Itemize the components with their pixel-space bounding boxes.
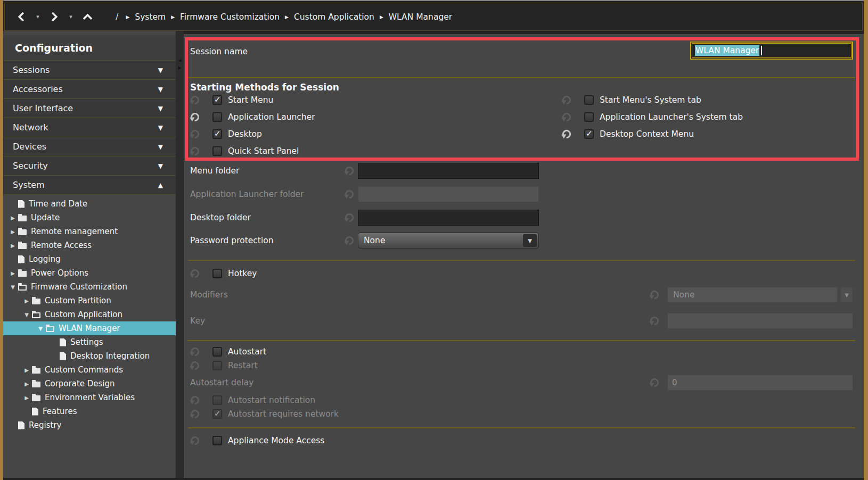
autostart-checkbox[interactable]: [212, 347, 222, 357]
tree-item-label: Environment Variables: [45, 393, 135, 402]
sidebar-section-network[interactable]: Network: [3, 118, 176, 137]
reset-icon[interactable]: [189, 111, 201, 123]
tree-item-time-and-date[interactable]: Time and Date: [3, 197, 176, 211]
chevron-right-icon[interactable]: [7, 229, 18, 235]
reset-icon[interactable]: [189, 268, 201, 279]
sidebar-section-security[interactable]: Security: [3, 156, 176, 176]
breadcrumb-item-wlan-manager[interactable]: WLAN Manager: [389, 12, 452, 22]
reset-icon[interactable]: [649, 315, 660, 327]
tree-item-power-options[interactable]: Power Options: [3, 266, 176, 280]
reset-icon[interactable]: [561, 94, 572, 106]
menu-folder-input[interactable]: [358, 163, 539, 179]
desktop-checkbox[interactable]: [212, 129, 222, 139]
session-name-input[interactable]: WLAN Manager: [690, 42, 853, 60]
tree-item-environment-variables[interactable]: Environment Variables: [3, 391, 176, 404]
tree-item-wlan-manager[interactable]: WLAN Manager: [3, 321, 176, 335]
sidebar-section-devices[interactable]: Devices: [3, 137, 176, 156]
checkbox-row-autostart-requires-network: Autostart requires network: [189, 407, 339, 421]
reset-icon: [189, 408, 201, 420]
chevron-down-icon[interactable]: [21, 312, 32, 318]
reset-icon[interactable]: [649, 377, 660, 388]
breadcrumb-item-custom-application[interactable]: Custom Application: [294, 12, 374, 22]
desktop-folder-label: Desktop folder: [190, 213, 251, 222]
chevron-right-icon[interactable]: [21, 298, 32, 304]
chevron-right-icon[interactable]: [7, 215, 18, 221]
tree-item-registry[interactable]: Registry: [3, 418, 176, 432]
chevron-down-icon[interactable]: [35, 326, 46, 332]
sidebar-section-system[interactable]: System: [3, 176, 176, 195]
sidebar-title: Configuration: [3, 35, 176, 61]
password-protection-select[interactable]: None: [358, 233, 539, 249]
sidebar-splitter[interactable]: ◀ ▶: [176, 31, 184, 478]
separator: [188, 340, 855, 341]
reset-icon[interactable]: [189, 128, 201, 140]
chevron-down-icon[interactable]: [7, 284, 18, 290]
sidebar-section-accessories[interactable]: Accessories: [3, 80, 176, 99]
autostart-notification-checkbox: [212, 395, 222, 405]
breadcrumb-root[interactable]: /: [113, 12, 120, 22]
checkbox-label: Desktop: [228, 129, 262, 139]
chevron-right-icon: [285, 14, 289, 20]
window-top-edge: [3, 0, 864, 1]
checkbox-label: Autostart requires network: [228, 409, 339, 419]
back-history-dropdown-icon[interactable]: [34, 13, 42, 20]
back-icon: [18, 12, 27, 21]
forward-history-dropdown-icon[interactable]: [67, 13, 75, 20]
tree-item-remote-management[interactable]: Remote management: [3, 225, 176, 238]
desktop-folder-input[interactable]: [358, 210, 539, 226]
chevron-down-icon: [840, 287, 853, 303]
reset-icon[interactable]: [561, 128, 572, 140]
tree-item-firmware-customization[interactable]: Firmware Customization: [3, 280, 176, 294]
reset-icon[interactable]: [343, 188, 355, 200]
tree-item-update[interactable]: Update: [3, 211, 176, 225]
tree-item-logging[interactable]: Logging: [3, 252, 176, 266]
reset-icon[interactable]: [189, 346, 201, 358]
tree-item-desktop-integration[interactable]: Desktop Integration: [3, 349, 176, 363]
application-launcher-system-tab-checkbox[interactable]: [584, 112, 594, 122]
sidebar-section-user-interface[interactable]: User Interface: [3, 99, 176, 118]
checkbox-row-start-menu-system-tab: Start Menu's System tab: [561, 93, 701, 107]
reset-icon[interactable]: [189, 435, 201, 446]
collapse-right-icon[interactable]: ▶: [178, 66, 181, 70]
reset-icon[interactable]: [343, 165, 355, 177]
application-launcher-folder-input: [358, 186, 539, 202]
tree-item-label: Settings: [70, 337, 103, 347]
quick-start-panel-checkbox[interactable]: [212, 146, 222, 156]
checkbox-label: Quick Start Panel: [228, 146, 299, 156]
collapse-left-icon[interactable]: ◀: [178, 59, 181, 63]
tree-item-corporate-design[interactable]: Corporate Design: [3, 377, 176, 391]
breadcrumb-item-firmware-customization[interactable]: Firmware Customization: [180, 12, 280, 22]
checkbox-label: Application Launcher: [228, 112, 315, 122]
tree-item-settings[interactable]: Settings: [3, 335, 176, 349]
chevron-right-icon: [380, 14, 383, 20]
chevron-right-icon[interactable]: [21, 381, 32, 387]
up-button[interactable]: [78, 8, 96, 26]
reset-icon[interactable]: [561, 111, 572, 123]
reset-icon[interactable]: [343, 235, 355, 246]
chevron-right-icon[interactable]: [21, 395, 32, 401]
chevron-down-icon[interactable]: [523, 234, 537, 247]
chevron-right-icon[interactable]: [7, 243, 18, 249]
forward-button[interactable]: [45, 8, 63, 26]
tree-item-features[interactable]: Features: [3, 404, 176, 418]
reset-icon[interactable]: [189, 145, 201, 157]
chevron-right-icon[interactable]: [7, 270, 18, 276]
tree-item-custom-application[interactable]: Custom Application: [3, 308, 176, 321]
sidebar-section-sessions[interactable]: Sessions: [3, 61, 176, 80]
start-menu-checkbox[interactable]: [212, 95, 222, 105]
tree-item-remote-access[interactable]: Remote Access: [3, 238, 176, 252]
back-button[interactable]: [12, 8, 30, 26]
tree-item-custom-partition[interactable]: Custom Partition: [3, 294, 176, 308]
breadcrumb-item-system[interactable]: System: [135, 12, 166, 22]
appliance-mode-access-checkbox[interactable]: [212, 436, 222, 445]
start-menu-system-tab-checkbox[interactable]: [584, 95, 594, 105]
tree-item-custom-commands[interactable]: Custom Commands: [3, 363, 176, 377]
desktop-context-menu-checkbox[interactable]: [584, 129, 594, 139]
hotkey-checkbox[interactable]: [212, 269, 222, 278]
tree-item-label: Remote Access: [31, 241, 92, 250]
chevron-right-icon[interactable]: [21, 367, 32, 373]
application-launcher-checkbox[interactable]: [212, 112, 222, 122]
reset-icon[interactable]: [649, 289, 660, 301]
reset-icon[interactable]: [189, 94, 201, 106]
reset-icon[interactable]: [343, 212, 355, 224]
